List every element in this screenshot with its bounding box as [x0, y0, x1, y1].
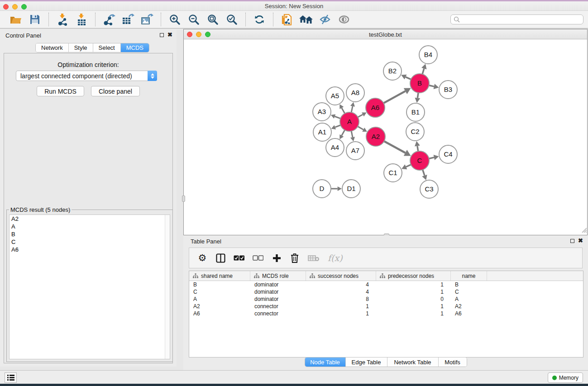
- checked-boxes-icon: [234, 255, 244, 261]
- mcds-result-item[interactable]: A2: [10, 215, 170, 223]
- network-graph[interactable]: AA1A2A3A4A5A6A7A8BB1B2B3B4CC1C2C3C4DD1: [184, 39, 587, 235]
- tab-network-table[interactable]: Network Table: [387, 357, 439, 367]
- close-panel-button[interactable]: Close panel: [91, 86, 140, 96]
- graph-edge[interactable]: [335, 125, 340, 128]
- export-network-button[interactable]: [101, 12, 117, 27]
- export-image-icon: [141, 14, 153, 25]
- mcds-result-item[interactable]: A6: [10, 246, 170, 253]
- gear-icon: ⚙: [198, 253, 207, 263]
- graph-edge[interactable]: [342, 108, 345, 113]
- close-panel-icon[interactable]: ✖: [578, 238, 583, 243]
- tab-node-table[interactable]: Node Table: [305, 357, 346, 367]
- optimization-criterion-select[interactable]: largest connected component (directed): [16, 71, 157, 81]
- graph-edge[interactable]: [358, 126, 363, 129]
- table-cell: dominator: [250, 296, 306, 302]
- save-session-button[interactable]: [27, 12, 43, 27]
- float-panel-icon[interactable]: [570, 239, 574, 243]
- hide-graphics-details-button[interactable]: [317, 12, 333, 27]
- graph-edge[interactable]: [406, 165, 411, 167]
- column-header[interactable]: predecessor nodes: [376, 271, 451, 281]
- tab-motifs[interactable]: Motifs: [439, 357, 467, 367]
- attribute-tree-icon: [254, 273, 259, 278]
- import-table-button[interactable]: [74, 12, 89, 27]
- mcds-result-list[interactable]: A2ABCA6: [9, 214, 170, 359]
- houses-icon: [299, 14, 313, 24]
- column-header[interactable]: MCDS role: [250, 271, 306, 281]
- zoom-fit-button[interactable]: [205, 12, 220, 27]
- zoom-out-button[interactable]: [186, 12, 201, 27]
- search-input[interactable]: [450, 14, 583, 24]
- import-network-button[interactable]: [55, 12, 70, 27]
- add-column-button[interactable]: [272, 252, 282, 264]
- table-panel-title: Table Panel: [191, 238, 221, 245]
- graph-node-label: C2: [411, 128, 419, 135]
- close-panel-icon[interactable]: ✖: [167, 32, 172, 38]
- table-row[interactable]: Bdominator41B: [189, 281, 583, 288]
- export-table-button[interactable]: [120, 12, 136, 27]
- graph-edge[interactable]: [384, 141, 405, 153]
- graph-edge[interactable]: [358, 114, 363, 117]
- graph-edge[interactable]: [417, 93, 418, 98]
- tab-style[interactable]: Style: [69, 43, 93, 52]
- column-header[interactable]: shared name: [189, 271, 250, 281]
- home-button[interactable]: [298, 12, 314, 27]
- tab-select[interactable]: Select: [93, 43, 121, 52]
- tab-network[interactable]: Network: [36, 43, 69, 52]
- delete-table-button[interactable]: [308, 252, 320, 264]
- table-row[interactable]: Cdominator41C: [189, 288, 583, 295]
- graph-node-label: A6: [371, 104, 379, 111]
- mcds-result-item[interactable]: A: [10, 223, 170, 230]
- table-settings-button[interactable]: ⚙: [197, 252, 207, 264]
- graph-node-label: C4: [444, 150, 452, 158]
- delete-column-button[interactable]: [290, 252, 300, 264]
- graph-edge[interactable]: [429, 157, 434, 159]
- run-mcds-button[interactable]: Run MCDS: [37, 86, 84, 96]
- network-from-selection-button[interactable]: [279, 12, 295, 27]
- toggle-column-panel-button[interactable]: [215, 252, 225, 264]
- edge-arrowhead-icon: [415, 98, 421, 103]
- splitter-handle[interactable]: [182, 195, 185, 202]
- table-body[interactable]: Bdominator41BCdominator41CAdominator80AA…: [189, 281, 583, 317]
- column-header[interactable]: name: [451, 271, 487, 281]
- memory-button[interactable]: Memory: [548, 372, 583, 383]
- graph-edge[interactable]: [423, 170, 425, 176]
- graph-edge[interactable]: [351, 106, 353, 113]
- scrollbar-track[interactable]: [165, 215, 170, 359]
- network-window-titlebar[interactable]: testGlobe.txt: [184, 29, 587, 39]
- float-panel-icon[interactable]: [160, 33, 164, 37]
- show-graphics-details-button[interactable]: [336, 12, 352, 27]
- node-table[interactable]: shared nameMCDS rolesuccessor nodesprede…: [189, 271, 583, 357]
- tab-edge-table[interactable]: Edge Table: [346, 357, 387, 367]
- export-network-icon: [103, 14, 115, 25]
- export-image-button[interactable]: [139, 12, 155, 27]
- select-all-columns-button[interactable]: [234, 252, 244, 264]
- graph-edge[interactable]: [342, 130, 345, 135]
- network-canvas[interactable]: AA1A2A3A4A5A6A7A8BB1B2B3B4CC1C2C3C4DD1: [184, 39, 587, 235]
- mcds-result-item[interactable]: B: [10, 230, 170, 238]
- table-header-row[interactable]: shared nameMCDS rolesuccessor nodesprede…: [189, 271, 583, 281]
- table-row[interactable]: Adominator80A: [189, 295, 583, 303]
- tab-mcds[interactable]: MCDS: [121, 43, 149, 52]
- column-header[interactable]: successor nodes: [306, 271, 376, 281]
- graph-node-label: A5: [331, 92, 339, 100]
- table-cell: A6: [189, 310, 250, 317]
- graph-edge[interactable]: [383, 91, 405, 103]
- deselect-all-columns-button[interactable]: [253, 252, 263, 264]
- open-session-button[interactable]: [8, 12, 24, 27]
- mcds-result-item[interactable]: C: [10, 238, 170, 246]
- graph-edge[interactable]: [406, 77, 411, 79]
- graph-edge[interactable]: [335, 116, 341, 119]
- graph-edge[interactable]: [417, 146, 418, 151]
- resize-grip-icon[interactable]: [581, 226, 587, 234]
- graph-edge[interactable]: [351, 131, 353, 138]
- zoom-selected-button[interactable]: [224, 12, 239, 27]
- graph-edge[interactable]: [422, 68, 424, 74]
- zoom-in-button[interactable]: [167, 12, 182, 27]
- table-row[interactable]: A2connector11A2: [189, 303, 583, 310]
- show-panels-button[interactable]: [5, 372, 17, 383]
- table-row[interactable]: A6connector11A6: [189, 310, 583, 317]
- control-panel: Control Panel ✖ Network Style Select MCD…: [0, 29, 177, 367]
- refresh-button[interactable]: [252, 12, 267, 27]
- function-builder-button[interactable]: f(x): [328, 252, 343, 264]
- graph-edge[interactable]: [429, 86, 434, 87]
